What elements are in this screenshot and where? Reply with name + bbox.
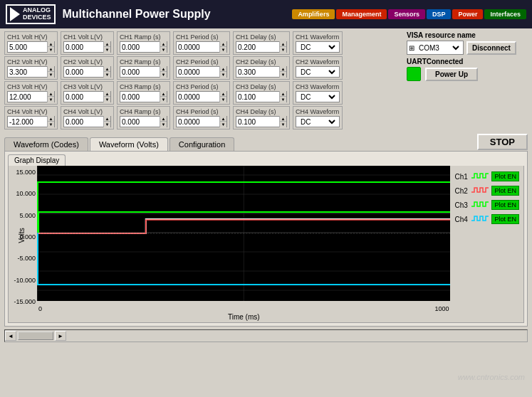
ch3-period-value: 0.0000 bbox=[177, 93, 219, 101]
x-tick-1000: 1000 bbox=[434, 305, 449, 312]
ch1-period-input[interactable]: 0.0000 ▲ ▼ bbox=[176, 41, 227, 53]
ch1-volt-l-group: CH1 Volt L(V) 0.000 ▲ ▼ bbox=[61, 31, 114, 55]
ch3-waveform-group: CH3 Waveform DCSineSquare bbox=[293, 81, 343, 105]
ch2-waveform-dropdown[interactable]: DCSineSquare bbox=[298, 68, 338, 77]
ch1-delay-down[interactable]: ▼ bbox=[280, 47, 286, 53]
ch3-volt-h-value: 12.000 bbox=[8, 93, 47, 101]
ch4-period-label: CH4 Period (s) bbox=[176, 108, 227, 115]
ch1-delay-up[interactable]: ▲ bbox=[280, 41, 286, 47]
tab-waveform-volts[interactable]: Waveform (Volts) bbox=[90, 137, 168, 151]
ch2-ramp-input[interactable]: 0.000 ▲ ▼ bbox=[120, 66, 167, 78]
graph-inner: 15.000 10.000 5.000 0.000 -5.000 -10.000… bbox=[8, 166, 524, 323]
ch2-period-label: CH2 Period (s) bbox=[176, 58, 227, 65]
ch3-volt-l-input[interactable]: 0.000 ▲ ▼ bbox=[63, 91, 111, 102]
legend-ch2-plot-en[interactable]: Plot EN bbox=[491, 186, 519, 196]
nav-power[interactable]: Power bbox=[452, 9, 483, 19]
ch3-waveform-dropdown[interactable]: DCSineSquare bbox=[298, 92, 338, 102]
y-tick-7: 15.000 bbox=[16, 169, 36, 176]
ch2-waveform-select[interactable]: DCSineSquare bbox=[296, 66, 340, 78]
tab-configuration[interactable]: Configuration bbox=[169, 137, 234, 151]
ch2-delay-input[interactable]: 0.300 ▲ ▼ bbox=[236, 66, 287, 78]
nav-sensors[interactable]: Sensors bbox=[388, 9, 425, 19]
nav-management[interactable]: Management bbox=[336, 9, 387, 19]
ch2-period-group: CH2 Period (s) 0.0000 ▲ ▼ bbox=[173, 56, 230, 80]
ch2-ramp-group: CH2 Ramp (s) 0.000 ▲ ▼ bbox=[117, 56, 170, 80]
ch4-waveform-dropdown[interactable]: DCSineSquare bbox=[298, 117, 338, 127]
nav-dsp[interactable]: DSP bbox=[427, 9, 452, 19]
ch1-row: CH1 Volt H(V) 5.000 ▲ ▼ CH1 Volt L(V) 0.… bbox=[4, 31, 402, 55]
ch4-volt-h-value: -12.000 bbox=[8, 118, 47, 126]
ch3-ramp-input[interactable]: 0.000 ▲ ▼ bbox=[120, 91, 167, 102]
ch3-waveform-label: CH3 Waveform bbox=[296, 83, 340, 90]
legend-ch3-label: Ch3 bbox=[454, 201, 469, 209]
visa-com-dropdown[interactable]: COM3COM1COM2 bbox=[416, 43, 461, 53]
right-panel: VISA resource name ⊞ COM3COM1COM2 Discon… bbox=[407, 31, 528, 129]
ch4-period-input[interactable]: 0.0000 ▲ ▼ bbox=[176, 116, 227, 127]
tab-waveform-codes[interactable]: Waveform (Codes) bbox=[4, 137, 88, 151]
legend-ch4-plot-en[interactable]: Plot EN bbox=[491, 214, 519, 224]
ch3-waveform-select[interactable]: DCSineSquare bbox=[296, 91, 340, 102]
ch3-period-label: CH3 Period (s) bbox=[176, 83, 227, 90]
ch1-waveform-select[interactable]: DCSineSquare bbox=[296, 41, 340, 53]
ch1-volt-h-group: CH1 Volt H(V) 5.000 ▲ ▼ bbox=[4, 31, 58, 55]
ch4-volt-l-input[interactable]: 0.000 ▲ ▼ bbox=[63, 116, 111, 127]
nav-interfaces[interactable]: Interfaces bbox=[484, 9, 526, 19]
ch2-volt-h-down[interactable]: ▼ bbox=[48, 72, 54, 78]
graph-display-tab[interactable]: Graph Display bbox=[8, 154, 66, 166]
ch2-row: CH2 Volt H(V) 3.300 ▲ ▼ CH2 Volt L(V) 0.… bbox=[4, 56, 402, 80]
legend-ch1-plot-en[interactable]: Plot EN bbox=[491, 171, 519, 181]
ch1-waveform-dropdown[interactable]: DCSineSquare bbox=[298, 43, 338, 52]
y-tick-5: 5.000 bbox=[19, 212, 36, 219]
ch4-waveform-select[interactable]: DCSineSquare bbox=[296, 116, 340, 127]
legend-ch1-label: Ch1 bbox=[454, 173, 469, 181]
scrollbar[interactable]: ◄ ► bbox=[4, 329, 528, 342]
legend-ch3-icon bbox=[471, 201, 489, 209]
ch2-volt-l-value: 0.000 bbox=[64, 68, 103, 76]
scroll-thumb[interactable] bbox=[18, 332, 53, 340]
ch2-volt-h-up[interactable]: ▲ bbox=[48, 66, 54, 72]
graph-svg bbox=[37, 166, 450, 301]
y-tick-1: -15.000 bbox=[14, 298, 36, 305]
ch1-delay-input[interactable]: 0.200 ▲ ▼ bbox=[236, 41, 287, 53]
ch1-volt-l-down[interactable]: ▼ bbox=[104, 47, 110, 53]
scroll-right-button[interactable]: ► bbox=[55, 331, 66, 341]
y-tick-6: 10.000 bbox=[16, 190, 36, 197]
ch3-period-input[interactable]: 0.0000 ▲ ▼ bbox=[176, 91, 227, 102]
ch1-volt-l-input[interactable]: 0.000 ▲ ▼ bbox=[63, 41, 111, 53]
ch1-period-up[interactable]: ▲ bbox=[220, 41, 226, 47]
watermark: www.cntronics.com bbox=[458, 373, 525, 381]
ch3-volt-h-label: CH3 Volt H(V) bbox=[7, 83, 55, 90]
ch4-ramp-input[interactable]: 0.000 ▲ ▼ bbox=[120, 116, 167, 127]
disconnect-button[interactable]: Disconnect bbox=[466, 41, 516, 55]
stop-button[interactable]: STOP bbox=[477, 134, 528, 150]
power-up-button[interactable]: Power Up bbox=[425, 68, 478, 81]
ch1-waveform-group: CH1 Waveform DCSineSquare bbox=[293, 31, 343, 55]
ch1-ramp-input[interactable]: 0.000 ▲ ▼ bbox=[120, 41, 167, 53]
visa-com-select[interactable]: ⊞ COM3COM1COM2 bbox=[407, 41, 464, 55]
ch1-ramp-up[interactable]: ▲ bbox=[160, 41, 167, 47]
legend-ch2-label: Ch2 bbox=[454, 187, 469, 195]
ch3-delay-input[interactable]: 0.100 ▲ ▼ bbox=[236, 91, 287, 102]
ch2-volt-h-input[interactable]: 3.300 ▲ ▼ bbox=[7, 66, 55, 78]
ch1-period-down[interactable]: ▼ bbox=[220, 47, 226, 53]
ch1-ramp-down[interactable]: ▼ bbox=[160, 47, 167, 53]
ch3-volt-h-input[interactable]: 12.000 ▲ ▼ bbox=[7, 91, 55, 102]
ch1-volt-l-up[interactable]: ▲ bbox=[104, 41, 110, 47]
ch4-volt-l-group: CH4 Volt L(V) 0.000 ▲ ▼ bbox=[61, 106, 114, 129]
ch2-volt-l-input[interactable]: 0.000 ▲ ▼ bbox=[63, 66, 111, 78]
scroll-left-button[interactable]: ◄ bbox=[5, 331, 16, 341]
ch1-volt-h-down[interactable]: ▼ bbox=[48, 47, 54, 53]
ch1-volt-h-up[interactable]: ▲ bbox=[48, 41, 54, 47]
legend-ch3-plot-en[interactable]: Plot EN bbox=[491, 200, 519, 210]
ch4-delay-input[interactable]: 0.100 ▲ ▼ bbox=[236, 116, 287, 127]
ch2-period-input[interactable]: 0.0000 ▲ ▼ bbox=[176, 66, 227, 78]
ch4-delay-label: CH4 Delay (s) bbox=[236, 108, 287, 115]
graph-legend: Ch1 Plot EN Ch2 Plot EN Ch3 bbox=[450, 166, 523, 322]
app-title: Multichannel Power Supply bbox=[63, 8, 293, 21]
visa-icon: ⊞ bbox=[409, 44, 414, 52]
legend-ch4: Ch4 Plot EN bbox=[454, 214, 519, 224]
nav-amplifiers[interactable]: Amplifiers bbox=[292, 9, 335, 19]
ch1-volt-h-input[interactable]: 5.000 ▲ ▼ bbox=[7, 41, 55, 53]
ch2-delay-group: CH2 Delay (s) 0.300 ▲ ▼ bbox=[233, 56, 290, 80]
ch4-volt-h-input[interactable]: -12.000 ▲ ▼ bbox=[7, 116, 55, 127]
